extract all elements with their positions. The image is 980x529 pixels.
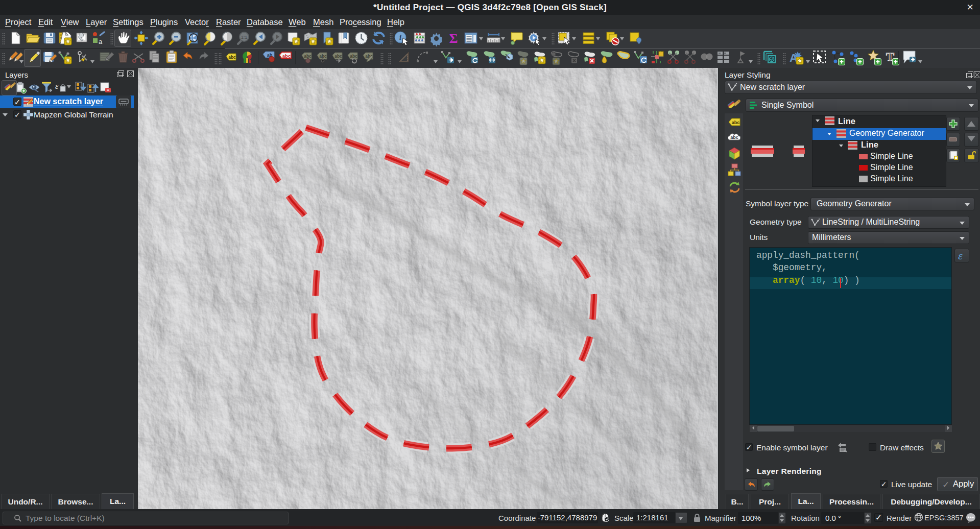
svg-text:abc: abc <box>350 54 357 59</box>
svg-text:ε: ε <box>55 82 59 90</box>
svg-text:abc: abc <box>732 120 740 125</box>
svg-text:abc: abc <box>730 135 738 140</box>
svg-text:1:1: 1:1 <box>241 35 248 40</box>
svg-text:abc: abc <box>228 55 236 60</box>
svg-text:abc: abc <box>319 54 327 59</box>
svg-text:abc: abc <box>282 53 291 59</box>
svg-text:a: a <box>99 38 103 45</box>
svg-text:abc: abc <box>304 54 312 59</box>
svg-text:i: i <box>399 34 401 41</box>
svg-text:Σ: Σ <box>449 31 458 46</box>
svg-text:abc: abc <box>334 54 342 59</box>
